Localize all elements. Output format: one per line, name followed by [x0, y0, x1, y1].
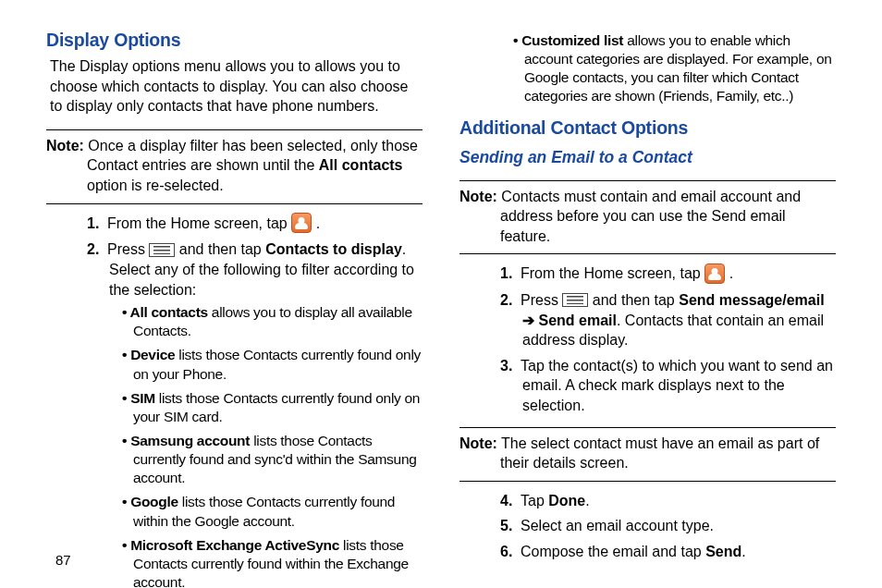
note-text: Note: The select contact must have an em…	[459, 434, 836, 473]
opt-customized: Customized list allows you to enable whi…	[513, 31, 836, 106]
note-text: Note: Contacts must contain and email ac…	[459, 187, 836, 247]
opt-google: Google lists those Contacts currently fo…	[122, 493, 423, 530]
menu-icon	[149, 243, 175, 257]
step-3: 3.Tap the contact(s) to which you want t…	[500, 356, 836, 416]
step-4: 4.Tap Done.	[500, 491, 836, 511]
step-1: 1.From the Home screen, tap .	[87, 214, 423, 235]
left-column: Display Options The Display options menu…	[46, 30, 423, 570]
email-steps-a: 1.From the Home screen, tap . 2.Press an…	[459, 263, 836, 421]
email-steps-b: 4.Tap Done. 5.Select an email account ty…	[459, 491, 836, 568]
menu-icon	[562, 293, 588, 307]
note-label: Note:	[459, 435, 497, 451]
opt-all-contacts: All contacts allows you to display all a…	[122, 303, 423, 340]
opt-device: Device lists those Contacts currently fo…	[122, 346, 423, 383]
opt-samsung: Samsung account lists those Contacts cur…	[122, 432, 423, 487]
page-number: 87	[55, 552, 71, 568]
contacts-app-icon	[704, 263, 725, 284]
right-column: Customized list allows you to enable whi…	[459, 30, 836, 570]
step-2: 2.Press and then tap Contacts to display…	[87, 239, 423, 588]
note-email-in-details: Note: The select contact must have an em…	[459, 427, 836, 482]
display-options-intro: The Display options menu allows you to a…	[46, 56, 423, 116]
note-label: Note:	[459, 189, 497, 204]
subheading-send-email: Sending an Email to a Contact	[459, 148, 836, 167]
step-2: 2.Press and then tap Send message/email …	[500, 290, 836, 350]
step-6: 6.Compose the email and tap Send.	[500, 542, 836, 562]
heading-additional-contact: Additional Contact Options	[459, 117, 836, 139]
filter-options-cont: Customized list allows you to enable whi…	[459, 31, 836, 112]
filter-options: All contacts allows you to display all a…	[109, 303, 423, 588]
heading-display-options: Display Options	[46, 30, 423, 51]
note-label: Note:	[46, 138, 84, 153]
display-steps: 1.From the Home screen, tap . 2.Press an…	[46, 214, 423, 588]
opt-sim: SIM lists those Contacts currently found…	[122, 389, 423, 426]
step-5: 5.Select an email account type.	[500, 516, 836, 536]
manual-page: Display Options The Display options menu…	[0, 0, 882, 588]
step-1: 1.From the Home screen, tap .	[500, 263, 836, 285]
contacts-app-icon	[291, 213, 312, 233]
arrow-icon: ➔	[522, 312, 538, 328]
note-email-required: Note: Contacts must contain and email ac…	[459, 180, 836, 255]
opt-exchange: Microsoft Exchange ActiveSync lists thos…	[122, 536, 423, 588]
note-text: Note: Once a display filter has been sel…	[46, 136, 423, 196]
note-display-filter: Note: Once a display filter has been sel…	[46, 129, 423, 204]
